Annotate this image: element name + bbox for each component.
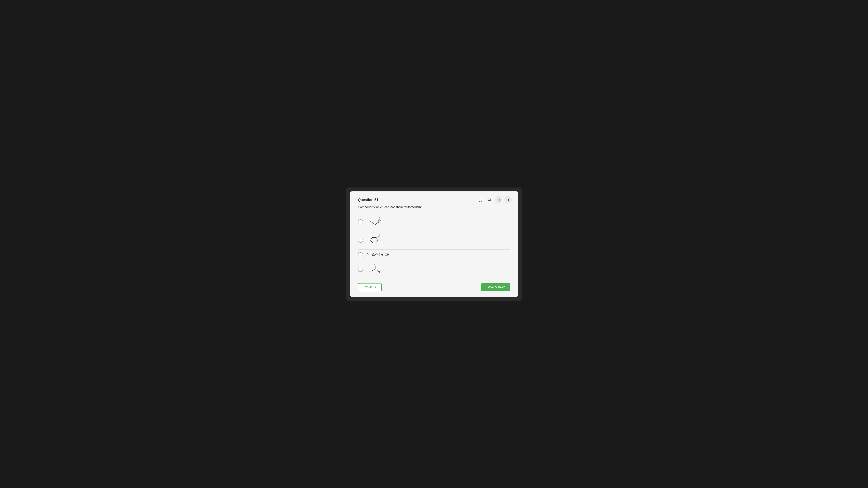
positive-score: +4 bbox=[495, 196, 502, 203]
button-row: Previous Save & Next bbox=[358, 283, 510, 291]
svg-text:O: O bbox=[378, 217, 380, 219]
svg-line-1 bbox=[370, 221, 375, 225]
previous-button[interactable]: Previous bbox=[358, 283, 382, 291]
screen: +4 -1 Question 51 Compounds which can no… bbox=[346, 188, 522, 301]
svg-text:H: H bbox=[379, 271, 380, 273]
options-list: O bbox=[358, 213, 510, 279]
option-d[interactable]: C H H O bbox=[358, 260, 510, 279]
svg-line-2 bbox=[375, 220, 381, 225]
svg-text:H: H bbox=[369, 271, 370, 273]
option-c[interactable]: Ph–CH=CH–OH bbox=[358, 250, 510, 260]
svg-text:O: O bbox=[379, 234, 380, 236]
option-b[interactable]: O bbox=[358, 231, 510, 250]
radio-a[interactable] bbox=[358, 219, 363, 224]
negative-score: -1 bbox=[504, 196, 512, 203]
svg-line-15 bbox=[376, 269, 379, 271]
top-icons: +4 -1 bbox=[477, 196, 512, 203]
svg-line-13 bbox=[370, 269, 374, 271]
option-b-content: O bbox=[367, 234, 510, 247]
bookmark-button[interactable] bbox=[477, 196, 484, 203]
svg-text:C: C bbox=[374, 268, 375, 270]
question-text: Compounds which can not show tautomerism… bbox=[358, 205, 510, 209]
compound-b-svg: O bbox=[367, 234, 384, 247]
compound-d-svg: C H H O bbox=[367, 263, 384, 276]
option-c-text: Ph–CH=CH–OH bbox=[367, 253, 390, 257]
svg-marker-6 bbox=[370, 237, 378, 243]
option-a[interactable]: O bbox=[358, 213, 510, 231]
option-c-content: Ph–CH=CH–OH bbox=[367, 253, 510, 257]
svg-text:O: O bbox=[374, 264, 375, 266]
option-d-content: C H H O bbox=[367, 263, 510, 276]
option-a-content: O bbox=[367, 216, 510, 228]
radio-d[interactable] bbox=[358, 267, 363, 272]
question-card: +4 -1 Question 51 Compounds which can no… bbox=[350, 191, 518, 297]
save-next-button[interactable]: Save & Next bbox=[481, 283, 510, 291]
flag-button[interactable] bbox=[486, 196, 493, 203]
radio-c[interactable] bbox=[358, 252, 363, 257]
radio-b[interactable] bbox=[358, 238, 363, 243]
compound-a-svg: O bbox=[367, 216, 384, 228]
